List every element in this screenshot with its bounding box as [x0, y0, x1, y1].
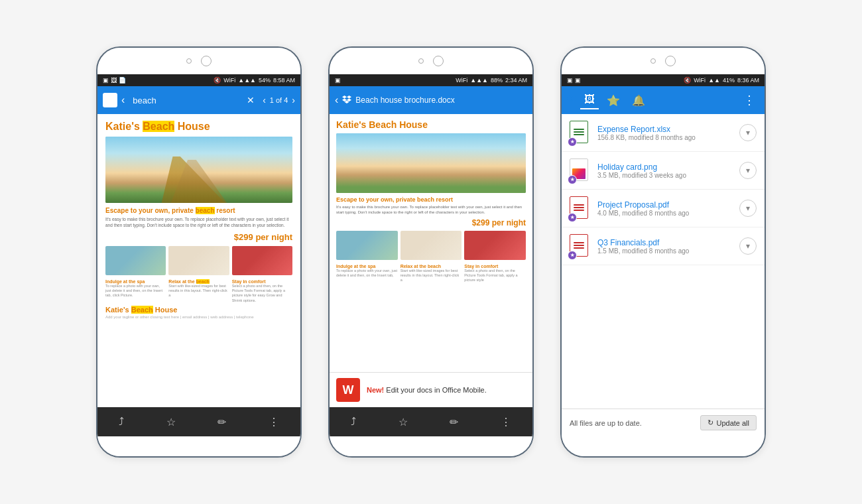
svg-marker-6 — [347, 95, 351, 98]
thumb-shells-1 — [168, 246, 229, 275]
price-row-1: $299 per night — [105, 232, 292, 242]
status-wifi-icon: WiFi — [223, 77, 235, 84]
status-bar-3-left: ▣ ▣ — [567, 77, 581, 84]
status-battery-2: 88% — [491, 77, 503, 84]
img-row-1 — [105, 246, 292, 275]
office-mobile-banner[interactable]: W New! Edit your docs in Office Mobile. — [330, 372, 532, 407]
update-all-label: Update all — [716, 419, 749, 427]
search-box-1[interactable]: beach ✕ — [129, 93, 259, 107]
file-icon-q3: ★ — [570, 234, 591, 258]
phone-1-speaker — [201, 56, 212, 66]
file-item-q3[interactable]: ★ Q3 Financials.pdf 1.5 MB, modified 8 m… — [562, 227, 765, 265]
file-bottom-bar: All files are up to date. ↻ Update all — [562, 409, 765, 436]
file-item-proposal[interactable]: ★ Project Proposal.pdf 4.0 MB, modified … — [562, 190, 765, 227]
svg-marker-11 — [572, 95, 576, 98]
file-item-expense[interactable]: ★ Expense Report.xlsx 156.8 KB, modified… — [562, 114, 765, 152]
share-icon-2[interactable]: ⤴ — [351, 416, 356, 428]
status-mute-3: 🔇 — [684, 77, 691, 84]
status-time: 8:58 AM — [273, 77, 295, 84]
file-name-proposal: Project Proposal.pdf — [597, 200, 733, 210]
more-icon-1[interactable]: ⋮ — [269, 416, 279, 428]
dropbox-logo-2 — [342, 94, 351, 106]
status-time-2: 2:34 AM — [505, 77, 527, 84]
status-signal-icon: ▲▲▲ — [238, 77, 256, 84]
status-icon-3b: ▣ — [575, 77, 581, 84]
status-wifi-2: WiFi — [456, 77, 467, 84]
file-badge-q3: ★ — [568, 251, 577, 260]
beach-image-2 — [336, 133, 526, 193]
phone-3-bottom — [562, 436, 765, 456]
file-badge-expense: ★ — [568, 137, 577, 147]
back-arrow-2[interactable]: ‹ — [335, 94, 338, 106]
img-row-2 — [336, 231, 526, 260]
tab-photos[interactable]: 🖼 — [580, 91, 599, 109]
svg-marker-10 — [567, 95, 572, 98]
thumb-spa-1 — [105, 246, 166, 275]
phone-1-content: Katie's Beach House Escape to your own, … — [97, 114, 300, 407]
status-icon-doc: 📄 — [119, 77, 126, 84]
phone-3-screen: ▣ ▣ 🔇 WiFi ▲▲ 41% 8:36 AM — [562, 74, 765, 436]
back-arrow-1[interactable]: ‹ — [121, 94, 125, 106]
file-info-proposal: Project Proposal.pdf 4.0 MB, modified 8 … — [597, 200, 733, 217]
office-text: New! Edit your docs in Office Mobile. — [367, 386, 487, 394]
phone-2-camera — [418, 58, 424, 64]
thumb-sandals-2 — [464, 231, 526, 260]
nav-arrow-left[interactable]: ‹ — [263, 95, 266, 105]
footer-text-1: Add your tagline or other closing text h… — [105, 315, 292, 319]
status-bar-1-left: ▣ 🖼 📄 — [103, 77, 126, 84]
star-icon-2[interactable]: ☆ — [399, 416, 408, 428]
phone-2-top — [330, 48, 532, 74]
dropbox-logo-3[interactable] — [567, 94, 576, 106]
bottom-bar-2: ⤴ ☆ ✏ ⋮ — [330, 407, 532, 436]
file-badge-holiday: ★ — [568, 175, 577, 184]
phone-2: ▣ WiFi ▲▲▲ 88% 2:34 AM ‹ — [328, 46, 534, 458]
caption-comfort: Stay in comfort Select a photo and then,… — [232, 279, 292, 303]
file-meta-expense: 156.8 KB, modified 8 months ago — [597, 134, 733, 141]
file-badge-proposal: ★ — [568, 213, 577, 222]
edit-icon-2[interactable]: ✏ — [450, 416, 458, 428]
file-name-holiday: Holiday card.png — [597, 162, 733, 172]
caption2-comfort: Stay in comfort Select a photo and then,… — [464, 264, 526, 283]
status-icon-3a: ▣ — [567, 77, 573, 84]
app-bar-2: ‹ Beach house brochure.docx — [330, 86, 532, 114]
phone-2-speaker — [433, 56, 444, 66]
phone-1-screen: ▣ 🖼 📄 🔇 WiFi ▲▲▲ 54% 8:58 AM — [97, 74, 300, 436]
phone-2-content: Katie's Beach House Escape to your own, … — [330, 114, 532, 407]
status-battery-3: 41% — [723, 77, 735, 84]
file-item-holiday[interactable]: ★ Holiday card.png 3.5 MB, modified 3 we… — [562, 152, 765, 190]
status-bar-2-right: WiFi ▲▲▲ 88% 2:34 AM — [456, 77, 527, 84]
status-time-3: 8:36 AM — [737, 77, 759, 84]
update-all-button[interactable]: ↻ Update all — [700, 415, 757, 430]
star-icon-1[interactable]: ☆ — [166, 416, 176, 428]
doc-page-1: Katie's Beach House Escape to your own, … — [97, 114, 300, 326]
nav-arrow-right[interactable]: › — [292, 95, 295, 105]
search-value-1: beach — [133, 95, 244, 105]
file-action-expense[interactable]: ▾ — [739, 124, 757, 141]
svg-marker-1 — [110, 96, 115, 99]
file-action-proposal[interactable]: ▾ — [739, 200, 757, 217]
caption-beach: Relax at the beach Start with like-sized… — [168, 279, 229, 303]
doc-subtitle-2: Escape to your own, private beach resort — [336, 196, 526, 203]
file-info-q3: Q3 Financials.pdf 1.5 MB, modified 8 mon… — [597, 238, 733, 255]
phones-container: ▣ 🖼 📄 🔇 WiFi ▲▲▲ 54% 8:58 AM — [83, 33, 779, 471]
file-icon-holiday: ★ — [570, 158, 591, 182]
file-name-expense: Expense Report.xlsx — [597, 125, 733, 134]
status-bar-2: ▣ WiFi ▲▲▲ 88% 2:34 AM — [330, 74, 532, 86]
status-wifi-3: WiFi — [694, 77, 706, 84]
edit-icon-1[interactable]: ✏ — [217, 416, 226, 428]
svg-marker-0 — [105, 96, 110, 99]
doc-title-1: Katie's Beach House — [105, 121, 292, 133]
more-icon-2[interactable]: ⋮ — [501, 416, 511, 428]
status-icon-screen: ▣ — [103, 77, 109, 84]
tab-notifications[interactable]: 🔔 — [628, 92, 649, 109]
search-clear-icon[interactable]: ✕ — [247, 95, 255, 105]
office-icon: W — [336, 378, 360, 402]
file-meta-q3: 1.5 MB, modified 8 months ago — [597, 247, 733, 255]
tab-more[interactable]: ⋮ — [739, 90, 759, 110]
share-icon-1[interactable]: ⤴ — [119, 416, 124, 428]
file-action-q3[interactable]: ▾ — [739, 237, 757, 255]
file-action-holiday[interactable]: ▾ — [739, 162, 757, 179]
file-meta-proposal: 4.0 MB, modified 8 months ago — [597, 210, 733, 217]
tab-starred[interactable]: ⭐ — [603, 92, 624, 109]
caption-row-1: Indulge at the spa To replace a photo wi… — [105, 279, 292, 303]
